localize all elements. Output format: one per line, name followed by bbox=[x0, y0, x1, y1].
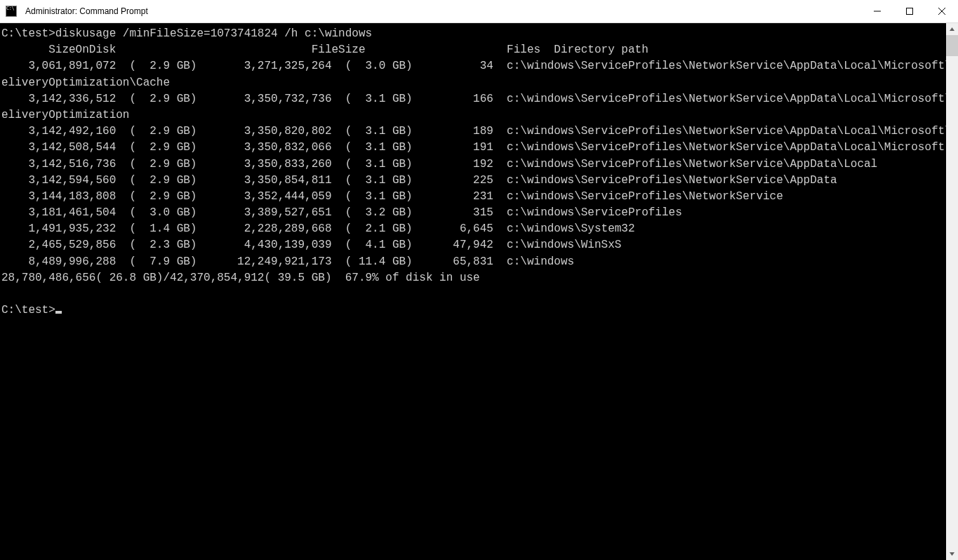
maximize-button[interactable] bbox=[893, 0, 926, 22]
scroll-track[interactable] bbox=[946, 35, 958, 548]
scroll-down-button[interactable] bbox=[946, 548, 958, 560]
cmd-icon bbox=[0, 0, 22, 22]
scroll-thumb[interactable] bbox=[946, 35, 958, 56]
vertical-scrollbar[interactable] bbox=[946, 23, 958, 560]
window-title: Administrator: Command Prompt bbox=[22, 6, 148, 16]
scroll-up-button[interactable] bbox=[946, 23, 958, 35]
terminal-output[interactable]: C:\test>diskusage /minFileSize=107374182… bbox=[0, 23, 946, 560]
svg-rect-0 bbox=[907, 8, 913, 15]
cmd-window: Administrator: Command Prompt C:\test>di… bbox=[0, 0, 958, 560]
cursor bbox=[55, 311, 62, 314]
titlebar[interactable]: Administrator: Command Prompt bbox=[0, 0, 958, 23]
close-button[interactable] bbox=[926, 0, 958, 22]
content-area: C:\test>diskusage /minFileSize=107374182… bbox=[0, 23, 958, 560]
minimize-button[interactable] bbox=[861, 0, 893, 22]
